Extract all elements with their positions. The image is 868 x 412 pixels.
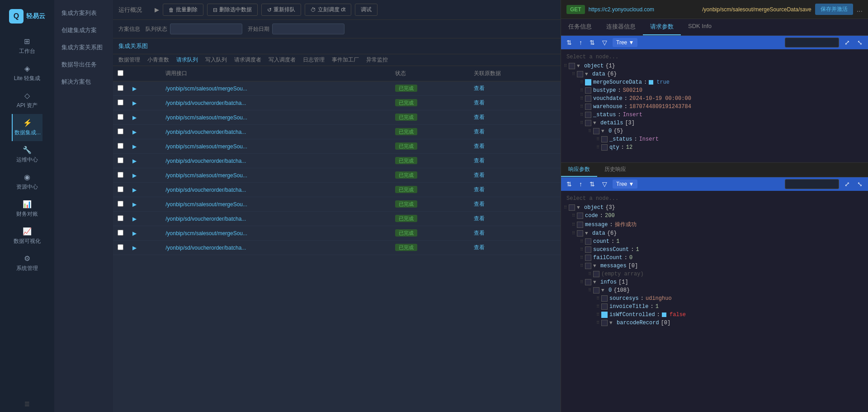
- tree-node-6[interactable]: ⠿failCount : 0: [563, 254, 866, 262]
- nav-item-solution-list[interactable]: 集成方案列表: [54, 5, 113, 22]
- row-api-0[interactable]: /yonbip/scm/salesout/mergeSou...: [161, 81, 390, 96]
- reorder-btn[interactable]: ↺ 重新排队: [261, 4, 301, 16]
- row-view-9[interactable]: 查看: [469, 212, 561, 226]
- row-api-10[interactable]: /yonbip/scm/salesout/mergeSou...: [161, 226, 390, 241]
- delete-selected-btn[interactable]: ⊟ 删除选中数据: [207, 4, 258, 16]
- tab-connector-info[interactable]: 连接器信息: [599, 19, 643, 35]
- row-checkbox-6[interactable]: [118, 172, 123, 178]
- tree-node-2[interactable]: ⠿mergeSourceData : true: [563, 78, 866, 86]
- tree-node-5[interactable]: ⠿warehouse : 1870744809191243784: [563, 103, 866, 111]
- expand-icon[interactable]: ▼: [593, 263, 599, 269]
- tree-node-7[interactable]: ⠿▼ details [3]: [563, 119, 866, 127]
- tree-node-checkbox[interactable]: [601, 144, 608, 151]
- tree-node-13[interactable]: ⠿isWfControlled : false: [563, 311, 866, 319]
- more-options-btn[interactable]: ...: [857, 5, 863, 14]
- row-api-1[interactable]: /yonbip/sd/voucherorder/batcha...: [161, 96, 390, 110]
- nav-item-create-solution[interactable]: 创建集成方案: [54, 22, 113, 39]
- tree-node-2[interactable]: ⠿message : 操作成功: [563, 220, 866, 229]
- row-view-5[interactable]: 查看: [469, 154, 561, 168]
- tree-node-checkbox[interactable]: [585, 95, 591, 102]
- tree-node-checkbox[interactable]: [601, 295, 608, 302]
- section-event-factory[interactable]: 事件加工厂: [332, 56, 359, 64]
- row-expand-9[interactable]: ▶: [128, 212, 161, 226]
- row-expand-1[interactable]: ▶: [128, 96, 161, 110]
- tree-node-14[interactable]: ⠿▼ barcodeRecord [0]: [563, 319, 866, 327]
- row-checkbox-4[interactable]: [118, 143, 123, 149]
- view-btn-6[interactable]: 查看: [474, 171, 485, 179]
- tree-node-3[interactable]: ⠿▼ data {6}: [563, 229, 866, 237]
- sidebar-bottom-icon[interactable]: ☰: [20, 396, 34, 412]
- view-btn-7[interactable]: 查看: [474, 186, 485, 194]
- row-api-4[interactable]: /yonbip/scm/salesout/mergeSou...: [161, 139, 390, 154]
- tree-node-checkbox[interactable]: [585, 104, 591, 110]
- inline-checkbox[interactable]: [662, 313, 666, 317]
- start-date-input[interactable]: [272, 24, 344, 34]
- section-data-management[interactable]: 数据管理: [118, 56, 140, 64]
- row-checkbox-5[interactable]: [118, 157, 123, 163]
- resp-tree-view-dropdown[interactable]: Tree ▼: [613, 180, 637, 189]
- view-btn-4[interactable]: 查看: [474, 142, 485, 150]
- row-view-11[interactable]: 查看: [469, 241, 561, 255]
- section-write-scheduler[interactable]: 写入调度者: [269, 56, 296, 64]
- tree-node-5[interactable]: ⠿sucessCount : 1: [563, 246, 866, 254]
- tree-node-checkbox[interactable]: [593, 271, 599, 277]
- tree-node-checkbox[interactable]: [585, 120, 591, 126]
- sidebar-item-api[interactable]: ◇API 资产: [12, 87, 42, 114]
- row-checkbox-11[interactable]: [118, 244, 123, 250]
- row-checkbox-10[interactable]: [118, 230, 123, 236]
- tree-node-12[interactable]: ⠿invoiceTitle : 1: [563, 303, 866, 311]
- queue-status-input[interactable]: [170, 24, 242, 34]
- tab-task-info[interactable]: 任务信息: [561, 19, 599, 35]
- row-api-11[interactable]: /yonbip/sd/voucherorder/batcha...: [161, 241, 390, 255]
- tree-node-checkbox[interactable]: [593, 128, 599, 134]
- row-api-6[interactable]: /yonbip/scm/salesout/mergeSou...: [161, 168, 390, 183]
- row-api-5[interactable]: /yonbip/sd/voucherorder/batcha...: [161, 154, 390, 168]
- row-expand-7[interactable]: ▶: [128, 183, 161, 197]
- expand-icon[interactable]: ▼: [601, 288, 607, 293]
- row-view-4[interactable]: 查看: [469, 139, 561, 154]
- row-expand-10[interactable]: ▶: [128, 226, 161, 241]
- tree-node-8[interactable]: ⠿(empty array): [563, 270, 866, 278]
- tree-node-0[interactable]: ⠿▼ object {1}: [563, 62, 866, 70]
- section-request-scheduler[interactable]: 请求调度者: [234, 56, 261, 64]
- row-view-6[interactable]: 查看: [469, 168, 561, 183]
- expand-icon[interactable]: ▼: [577, 63, 582, 69]
- resp-tab-history[interactable]: 历史响应: [597, 163, 633, 177]
- tree-node-7[interactable]: ⠿▼ messages [0]: [563, 262, 866, 270]
- sidebar-item-data-integration[interactable]: ⚡数据集成...: [12, 114, 42, 141]
- row-view-10[interactable]: 查看: [469, 226, 561, 241]
- tree-node-checkbox[interactable]: [569, 204, 575, 211]
- row-expand-3[interactable]: ▶: [128, 125, 161, 139]
- resp-tree-sort-btn[interactable]: ⇅: [588, 180, 597, 189]
- view-btn-9[interactable]: 查看: [474, 215, 485, 223]
- tree-node-checkbox[interactable]: [577, 222, 583, 228]
- tree-node-9[interactable]: ⠿_status : Insert: [563, 135, 866, 143]
- view-btn-11[interactable]: 查看: [474, 244, 485, 251]
- row-view-0[interactable]: 查看: [469, 81, 561, 96]
- tree-node-checkbox[interactable]: [585, 87, 591, 94]
- row-api-9[interactable]: /yonbip/sd/voucherorder/batcha...: [161, 212, 390, 226]
- section-anomaly[interactable]: 异常监控: [366, 56, 388, 64]
- save-activate-btn[interactable]: 保存并激活: [815, 4, 853, 15]
- expand-icon[interactable]: ▼: [585, 231, 590, 236]
- row-expand-11[interactable]: ▶: [128, 241, 161, 255]
- tree-node-checkbox[interactable]: [593, 287, 599, 294]
- tree-node-checkbox[interactable]: [585, 79, 591, 85]
- row-view-3[interactable]: 查看: [469, 125, 561, 139]
- tree-node-1[interactable]: ⠿code : 200: [563, 212, 866, 220]
- view-btn-3[interactable]: 查看: [474, 128, 485, 136]
- tree-search-input[interactable]: [785, 38, 839, 47]
- row-checkbox-1[interactable]: [118, 99, 123, 105]
- row-checkbox-2[interactable]: [118, 114, 123, 120]
- expand-icon[interactable]: ▼: [577, 205, 582, 210]
- row-expand-6[interactable]: ▶: [128, 168, 161, 183]
- sidebar-item-visualization[interactable]: 📈数据可视化: [12, 223, 42, 250]
- nav-item-solution-pkg[interactable]: 解决方案包: [54, 73, 113, 90]
- row-checkbox-7[interactable]: [118, 186, 123, 192]
- resp-tab-params[interactable]: 响应参数: [561, 163, 597, 177]
- resp-tree-collapse-btn[interactable]: ⤡: [855, 180, 864, 189]
- row-view-2[interactable]: 查看: [469, 110, 561, 125]
- tree-node-0[interactable]: ⠿▼ object {3}: [563, 204, 866, 212]
- resp-tree-up-btn[interactable]: ↑: [577, 180, 584, 189]
- tree-node-checkbox[interactable]: [585, 279, 591, 285]
